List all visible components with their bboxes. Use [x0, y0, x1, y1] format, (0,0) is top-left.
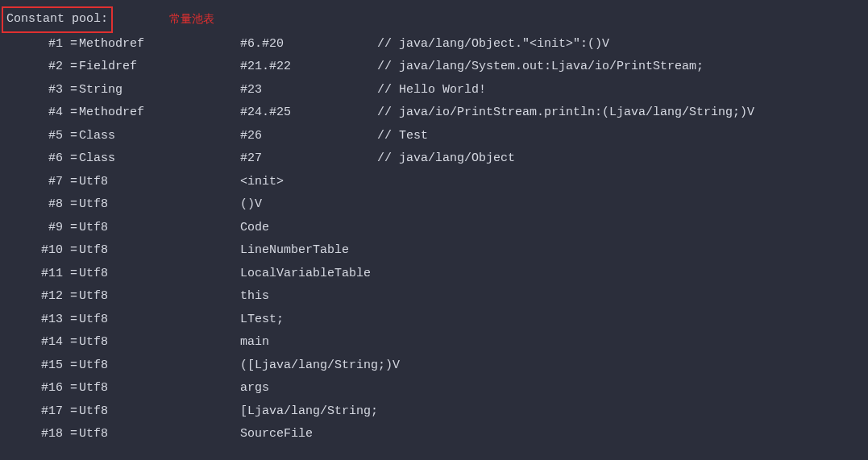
entry-ref: ()V [240, 193, 377, 217]
entry-equals: = [63, 79, 79, 102]
entry-ref: LineNumberTable [240, 239, 377, 263]
entry-equals: = [63, 102, 79, 125]
entry-type: Utf8 [79, 239, 240, 263]
entry-equals: = [63, 285, 79, 309]
entry-index: #9 [0, 217, 63, 240]
entry-equals: = [63, 263, 79, 286]
entry-equals: = [63, 193, 79, 217]
entry-index: #11 [0, 263, 63, 286]
entry-index: #13 [0, 309, 63, 332]
entry-type: Utf8 [79, 331, 240, 354]
entry-comment: // java/lang/Object [377, 147, 515, 171]
entry-type: Utf8 [79, 309, 240, 332]
table-row: #11 = Utf8LocalVariableTable [0, 263, 868, 286]
entry-index: #14 [0, 331, 63, 354]
entry-equals: = [63, 125, 79, 148]
entry-type: Utf8 [79, 354, 240, 378]
entry-index: #10 [0, 239, 63, 263]
entry-ref: this [240, 285, 377, 309]
entry-comment: // Test [377, 125, 428, 148]
entry-type: Utf8 [79, 217, 240, 240]
entry-ref: SourceFile [240, 423, 377, 446]
entry-type: Utf8 [79, 423, 240, 446]
table-row: #5 = Class#26// Test [0, 125, 868, 148]
entry-type: Class [79, 147, 240, 171]
entry-index: #2 [0, 56, 63, 79]
entry-type: String [79, 79, 240, 102]
entry-comment: // java/io/PrintStream.println:(Ljava/la… [377, 102, 754, 125]
entry-ref: #21.#22 [240, 56, 377, 79]
constant-pool-table: #1 = Methodref#6.#20// java/lang/Object.… [0, 33, 868, 446]
entry-type: Class [79, 125, 240, 148]
entry-ref: #23 [240, 79, 377, 102]
entry-type: Utf8 [79, 377, 240, 400]
entry-equals: = [63, 400, 79, 424]
entry-ref: LocalVariableTable [240, 263, 377, 286]
entry-equals: = [63, 423, 79, 446]
entry-equals: = [63, 147, 79, 171]
table-row: #10 = Utf8LineNumberTable [0, 239, 868, 263]
table-row: #17 = Utf8[Ljava/lang/String; [0, 400, 868, 424]
entry-index: #16 [0, 377, 63, 400]
entry-comment: // java/lang/Object."<init>":()V [377, 33, 609, 56]
entry-index: #3 [0, 79, 63, 102]
entry-index: #8 [0, 193, 63, 217]
entry-equals: = [63, 239, 79, 263]
entry-equals: = [63, 331, 79, 354]
table-row: #7 = Utf8<init> [0, 171, 868, 194]
entry-ref: ([Ljava/lang/String;)V [240, 354, 377, 378]
entry-index: #4 [0, 102, 63, 125]
entry-type: Methodref [79, 102, 240, 125]
entry-equals: = [63, 377, 79, 400]
table-row: #15 = Utf8([Ljava/lang/String;)V [0, 354, 868, 378]
entry-ref: main [240, 331, 377, 354]
entry-equals: = [63, 56, 79, 79]
entry-ref: Code [240, 217, 377, 240]
entry-type: Utf8 [79, 285, 240, 309]
header-row: Constant pool: 常量池表 [0, 6, 868, 33]
table-row: #1 = Methodref#6.#20// java/lang/Object.… [0, 33, 868, 56]
table-row: #4 = Methodref#24.#25// java/io/PrintStr… [0, 102, 868, 125]
entry-index: #5 [0, 125, 63, 148]
table-row: #12 = Utf8this [0, 285, 868, 309]
table-row: #16 = Utf8args [0, 377, 868, 400]
entry-ref: [Ljava/lang/String; [240, 400, 377, 424]
entry-index: #1 [0, 33, 63, 56]
table-row: #6 = Class#27// java/lang/Object [0, 147, 868, 171]
entry-index: #12 [0, 285, 63, 309]
entry-ref: LTest; [240, 309, 377, 332]
entry-ref: #24.#25 [240, 102, 377, 125]
entry-ref: #26 [240, 125, 377, 148]
table-row: #9 = Utf8Code [0, 217, 868, 240]
table-row: #2 = Fieldref#21.#22// java/lang/System.… [0, 56, 868, 79]
header-title: Constant pool: [2, 6, 113, 33]
entry-ref: <init> [240, 171, 377, 194]
entry-ref: args [240, 377, 377, 400]
entry-type: Methodref [79, 33, 240, 56]
entry-equals: = [63, 217, 79, 240]
table-row: #13 = Utf8LTest; [0, 309, 868, 332]
entry-type: Utf8 [79, 263, 240, 286]
table-row: #8 = Utf8()V [0, 193, 868, 217]
entry-comment: // java/lang/System.out:Ljava/io/PrintSt… [377, 56, 704, 79]
table-row: #18 = Utf8SourceFile [0, 423, 868, 446]
entry-type: Utf8 [79, 400, 240, 424]
entry-index: #15 [0, 354, 63, 378]
table-row: #14 = Utf8main [0, 331, 868, 354]
entry-index: #7 [0, 171, 63, 194]
entry-index: #6 [0, 147, 63, 171]
table-row: #3 = String#23// Hello World! [0, 79, 868, 102]
entry-equals: = [63, 33, 79, 56]
entry-index: #17 [0, 400, 63, 424]
entry-equals: = [63, 309, 79, 332]
entry-type: Utf8 [79, 193, 240, 217]
entry-equals: = [63, 171, 79, 194]
entry-equals: = [63, 354, 79, 378]
header-annotation: 常量池表 [169, 8, 214, 30]
entry-type: Utf8 [79, 171, 240, 194]
entry-index: #18 [0, 423, 63, 446]
entry-type: Fieldref [79, 56, 240, 79]
entry-comment: // Hello World! [377, 79, 486, 102]
entry-ref: #6.#20 [240, 33, 377, 56]
entry-ref: #27 [240, 147, 377, 171]
